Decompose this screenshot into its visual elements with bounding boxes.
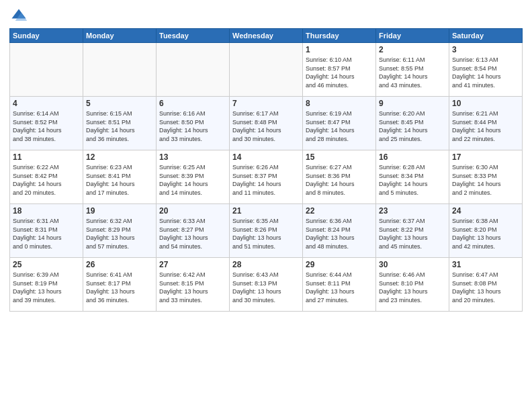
day-detail: Sunrise: 6:47 AM Sunset: 8:08 PM Dayligh… — [452, 271, 519, 304]
day-number: 4 — [13, 99, 80, 108]
day-detail: Sunrise: 6:21 AM Sunset: 8:44 PM Dayligh… — [452, 109, 519, 143]
calendar-cell — [157, 43, 230, 97]
calendar-cell — [10, 43, 83, 97]
day-number: 8 — [306, 99, 373, 108]
day-number: 2 — [379, 45, 446, 54]
calendar-cell: 5Sunrise: 6:15 AM Sunset: 8:51 PM Daylig… — [83, 97, 157, 150]
day-detail: Sunrise: 6:27 AM Sunset: 8:36 PM Dayligh… — [306, 163, 373, 197]
day-detail: Sunrise: 6:44 AM Sunset: 8:11 PM Dayligh… — [306, 271, 373, 304]
day-detail: Sunrise: 6:22 AM Sunset: 8:42 PM Dayligh… — [13, 163, 80, 197]
day-detail: Sunrise: 6:38 AM Sunset: 8:20 PM Dayligh… — [452, 217, 519, 250]
day-detail: Sunrise: 6:14 AM Sunset: 8:52 PM Dayligh… — [13, 109, 80, 143]
weekday-header-thursday: Thursday — [303, 29, 376, 43]
calendar-cell: 30Sunrise: 6:46 AM Sunset: 8:10 PM Dayli… — [376, 258, 449, 312]
calendar-cell: 21Sunrise: 6:35 AM Sunset: 8:26 PM Dayli… — [230, 204, 303, 258]
day-number: 19 — [86, 206, 153, 216]
day-detail: Sunrise: 6:39 AM Sunset: 8:19 PM Dayligh… — [13, 271, 80, 304]
day-number: 26 — [86, 260, 153, 269]
calendar-cell: 8Sunrise: 6:19 AM Sunset: 8:47 PM Daylig… — [303, 97, 376, 150]
day-number: 28 — [232, 260, 300, 269]
week-row-3: 11Sunrise: 6:22 AM Sunset: 8:42 PM Dayli… — [10, 150, 523, 204]
day-detail: Sunrise: 6:33 AM Sunset: 8:27 PM Dayligh… — [159, 217, 226, 250]
day-detail: Sunrise: 6:25 AM Sunset: 8:39 PM Dayligh… — [159, 163, 226, 197]
calendar-cell: 20Sunrise: 6:33 AM Sunset: 8:27 PM Dayli… — [157, 204, 230, 258]
calendar-cell: 18Sunrise: 6:31 AM Sunset: 8:31 PM Dayli… — [10, 204, 83, 258]
day-number: 13 — [159, 152, 226, 162]
calendar-cell — [83, 43, 157, 97]
day-detail: Sunrise: 6:35 AM Sunset: 8:26 PM Dayligh… — [232, 217, 300, 250]
calendar-cell: 6Sunrise: 6:16 AM Sunset: 8:50 PM Daylig… — [157, 97, 230, 150]
day-number: 22 — [306, 206, 373, 216]
day-detail: Sunrise: 6:28 AM Sunset: 8:34 PM Dayligh… — [379, 163, 446, 197]
day-number: 24 — [452, 206, 519, 216]
day-number: 20 — [159, 206, 226, 216]
weekday-header-sunday: Sunday — [10, 29, 83, 43]
calendar-cell: 14Sunrise: 6:26 AM Sunset: 8:37 PM Dayli… — [230, 150, 303, 204]
day-detail: Sunrise: 6:46 AM Sunset: 8:10 PM Dayligh… — [379, 271, 446, 304]
calendar-cell: 11Sunrise: 6:22 AM Sunset: 8:42 PM Dayli… — [10, 150, 83, 204]
day-number: 30 — [379, 260, 446, 269]
day-detail: Sunrise: 6:36 AM Sunset: 8:24 PM Dayligh… — [306, 217, 373, 250]
day-detail: Sunrise: 6:31 AM Sunset: 8:31 PM Dayligh… — [13, 217, 80, 250]
calendar-cell: 4Sunrise: 6:14 AM Sunset: 8:52 PM Daylig… — [10, 97, 83, 150]
day-number: 14 — [232, 152, 300, 162]
calendar-cell: 22Sunrise: 6:36 AM Sunset: 8:24 PM Dayli… — [303, 204, 376, 258]
day-detail: Sunrise: 6:17 AM Sunset: 8:48 PM Dayligh… — [232, 109, 300, 143]
day-number: 27 — [159, 260, 226, 269]
day-number: 6 — [159, 99, 226, 108]
calendar-cell: 23Sunrise: 6:37 AM Sunset: 8:22 PM Dayli… — [376, 204, 449, 258]
day-detail: Sunrise: 6:41 AM Sunset: 8:17 PM Dayligh… — [86, 271, 153, 304]
weekday-header-wednesday: Wednesday — [230, 29, 303, 43]
calendar-cell: 16Sunrise: 6:28 AM Sunset: 8:34 PM Dayli… — [376, 150, 449, 204]
week-row-2: 4Sunrise: 6:14 AM Sunset: 8:52 PM Daylig… — [10, 97, 523, 150]
calendar-table: SundayMondayTuesdayWednesdayThursdayFrid… — [9, 28, 523, 312]
calendar-cell: 1Sunrise: 6:10 AM Sunset: 8:57 PM Daylig… — [303, 43, 376, 97]
day-detail: Sunrise: 6:15 AM Sunset: 8:51 PM Dayligh… — [86, 109, 153, 143]
day-number: 12 — [86, 152, 153, 162]
day-number: 9 — [379, 99, 446, 108]
day-detail: Sunrise: 6:37 AM Sunset: 8:22 PM Dayligh… — [379, 217, 446, 250]
header — [9, 7, 523, 26]
weekday-header-tuesday: Tuesday — [157, 29, 230, 43]
day-number: 10 — [452, 99, 519, 108]
calendar-cell: 24Sunrise: 6:38 AM Sunset: 8:20 PM Dayli… — [449, 204, 523, 258]
weekday-header-saturday: Saturday — [449, 29, 523, 43]
day-number: 15 — [306, 152, 373, 162]
day-detail: Sunrise: 6:42 AM Sunset: 8:15 PM Dayligh… — [159, 271, 226, 304]
weekday-header-row: SundayMondayTuesdayWednesdayThursdayFrid… — [10, 29, 523, 43]
day-number: 1 — [306, 45, 373, 54]
day-number: 5 — [86, 99, 153, 108]
calendar-container: SundayMondayTuesdayWednesdayThursdayFrid… — [0, 0, 532, 317]
week-row-4: 18Sunrise: 6:31 AM Sunset: 8:31 PM Dayli… — [10, 204, 523, 258]
calendar-cell: 17Sunrise: 6:30 AM Sunset: 8:33 PM Dayli… — [449, 150, 523, 204]
day-number: 31 — [452, 260, 519, 269]
calendar-cell: 27Sunrise: 6:42 AM Sunset: 8:15 PM Dayli… — [157, 258, 230, 312]
calendar-cell: 28Sunrise: 6:43 AM Sunset: 8:13 PM Dayli… — [230, 258, 303, 312]
day-detail: Sunrise: 6:32 AM Sunset: 8:29 PM Dayligh… — [86, 217, 153, 250]
day-detail: Sunrise: 6:30 AM Sunset: 8:33 PM Dayligh… — [452, 163, 519, 197]
calendar-cell — [230, 43, 303, 97]
day-detail: Sunrise: 6:20 AM Sunset: 8:45 PM Dayligh… — [379, 109, 446, 143]
week-row-5: 25Sunrise: 6:39 AM Sunset: 8:19 PM Dayli… — [10, 258, 523, 312]
day-number: 21 — [232, 206, 300, 216]
day-detail: Sunrise: 6:19 AM Sunset: 8:47 PM Dayligh… — [306, 109, 373, 143]
logo — [9, 7, 31, 26]
day-detail: Sunrise: 6:26 AM Sunset: 8:37 PM Dayligh… — [232, 163, 300, 197]
day-detail: Sunrise: 6:10 AM Sunset: 8:57 PM Dayligh… — [306, 56, 373, 89]
day-number: 16 — [379, 152, 446, 162]
day-number: 7 — [232, 99, 300, 108]
calendar-cell: 13Sunrise: 6:25 AM Sunset: 8:39 PM Dayli… — [157, 150, 230, 204]
day-detail: Sunrise: 6:13 AM Sunset: 8:54 PM Dayligh… — [452, 56, 519, 89]
calendar-cell: 31Sunrise: 6:47 AM Sunset: 8:08 PM Dayli… — [449, 258, 523, 312]
calendar-cell: 15Sunrise: 6:27 AM Sunset: 8:36 PM Dayli… — [303, 150, 376, 204]
calendar-cell: 9Sunrise: 6:20 AM Sunset: 8:45 PM Daylig… — [376, 97, 449, 150]
day-number: 29 — [306, 260, 373, 269]
day-number: 17 — [452, 152, 519, 162]
day-detail: Sunrise: 6:11 AM Sunset: 8:55 PM Dayligh… — [379, 56, 446, 89]
week-row-1: 1Sunrise: 6:10 AM Sunset: 8:57 PM Daylig… — [10, 43, 523, 97]
day-number: 11 — [13, 152, 80, 162]
day-number: 3 — [452, 45, 519, 54]
calendar-cell: 10Sunrise: 6:21 AM Sunset: 8:44 PM Dayli… — [449, 97, 523, 150]
calendar-cell: 19Sunrise: 6:32 AM Sunset: 8:29 PM Dayli… — [83, 204, 157, 258]
calendar-cell: 3Sunrise: 6:13 AM Sunset: 8:54 PM Daylig… — [449, 43, 523, 97]
